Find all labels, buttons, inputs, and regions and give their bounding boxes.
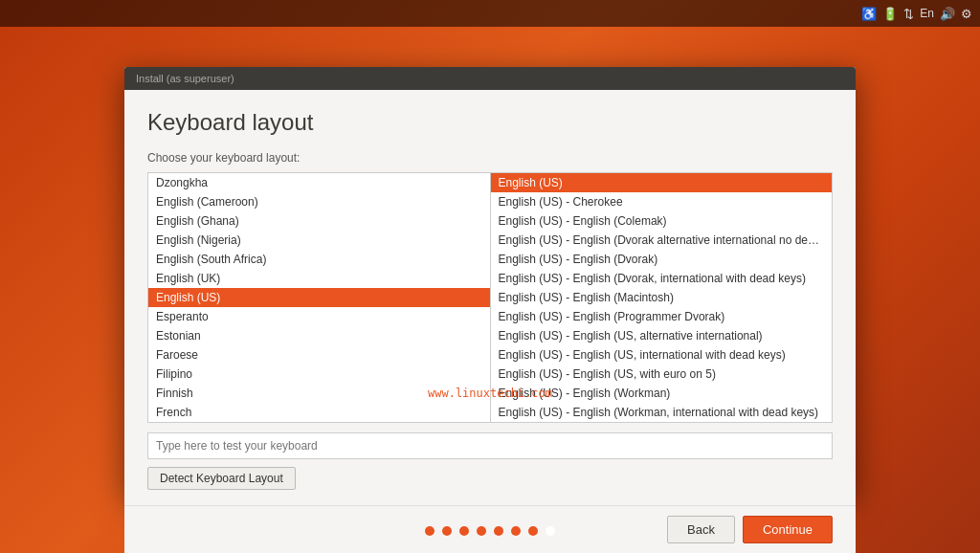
install-dialog: Install (as superuser) Keyboard layout C… <box>124 67 856 496</box>
list-item[interactable]: English (US) - English (Programmer Dvora… <box>491 307 833 326</box>
list-item[interactable]: English (Nigeria) <box>148 231 490 250</box>
list-item[interactable]: English (US) - English (Dvorak) <box>491 250 833 269</box>
list-item[interactable]: English (US) - English (Workman, interna… <box>491 403 833 422</box>
list-item[interactable]: English (US) - English (Colemak) <box>491 211 833 231</box>
list-item[interactable]: Estonian <box>148 326 490 345</box>
volume-icon[interactable]: 🔊 <box>940 7 955 21</box>
layout-label: Choose your keyboard layout: <box>147 151 833 165</box>
list-item[interactable]: English (US) - English (Dvorak, internat… <box>491 269 833 288</box>
page-title: Keyboard layout <box>147 109 833 136</box>
list-item[interactable]: English (UK) <box>148 269 490 288</box>
keyboard-layout-lists: DzongkhaEnglish (Cameroon)English (Ghana… <box>147 172 833 423</box>
list-item[interactable]: English (US) - English (US, alternative … <box>491 326 833 345</box>
list-item[interactable]: Dzongkha <box>148 173 490 192</box>
list-item[interactable]: English (Cameroon) <box>148 192 490 211</box>
list-item[interactable]: Faroese <box>148 345 490 365</box>
list-item[interactable]: French <box>148 403 490 422</box>
progress-dot <box>494 526 503 536</box>
list-item[interactable]: English (US) - English (Dvorak alternati… <box>491 231 833 250</box>
list-item[interactable]: English (US) - English (Workman) <box>491 384 833 403</box>
dialog-title-text: Install (as superuser) <box>136 73 234 84</box>
list-item[interactable]: English (US) <box>148 288 490 307</box>
detect-keyboard-button[interactable]: Detect Keyboard Layout <box>147 467 296 490</box>
list-item[interactable]: English (US) - Cherokee <box>491 192 833 211</box>
settings-icon[interactable]: ⚙ <box>961 7 972 21</box>
topbar: ♿ 🔋 ⇅ En 🔊 ⚙ <box>0 0 980 27</box>
list-item[interactable]: Esperanto <box>148 307 490 326</box>
list-item[interactable]: Filipino <box>148 365 490 384</box>
keyboard-test-input[interactable] <box>147 432 833 459</box>
progress-dot <box>425 526 434 536</box>
language-list[interactable]: DzongkhaEnglish (Cameroon)English (Ghana… <box>148 173 491 422</box>
list-item[interactable]: English (US) - English (US, with euro on… <box>491 365 833 384</box>
list-item[interactable]: English (US) - English (US, internationa… <box>491 345 833 365</box>
keyboard-lang-indicator[interactable]: En <box>920 7 934 20</box>
variant-list[interactable]: English (US)English (US) - CherokeeEngli… <box>491 173 833 422</box>
list-item[interactable]: English (Ghana) <box>148 211 490 231</box>
progress-dot <box>511 526 521 536</box>
progress-dot <box>459 526 469 536</box>
list-item[interactable]: English (US) <box>491 173 833 192</box>
dialog-body: Keyboard layout Choose your keyboard lay… <box>124 90 856 505</box>
list-item[interactable]: English (South Africa) <box>148 250 490 269</box>
progress-dot <box>528 526 538 536</box>
network-icon[interactable]: ⇅ <box>903 7 914 21</box>
dialog-titlebar: Install (as superuser) <box>124 67 856 90</box>
accessibility-icon[interactable]: ♿ <box>861 7 877 21</box>
progress-dot <box>546 526 555 536</box>
progress-dot <box>477 526 486 536</box>
progress-dot <box>442 526 452 536</box>
list-item[interactable]: English (US) - English (Macintosh) <box>491 288 833 307</box>
battery-icon[interactable]: 🔋 <box>882 7 898 21</box>
progress-dots <box>0 526 980 536</box>
list-item[interactable]: Finnish <box>148 384 490 403</box>
